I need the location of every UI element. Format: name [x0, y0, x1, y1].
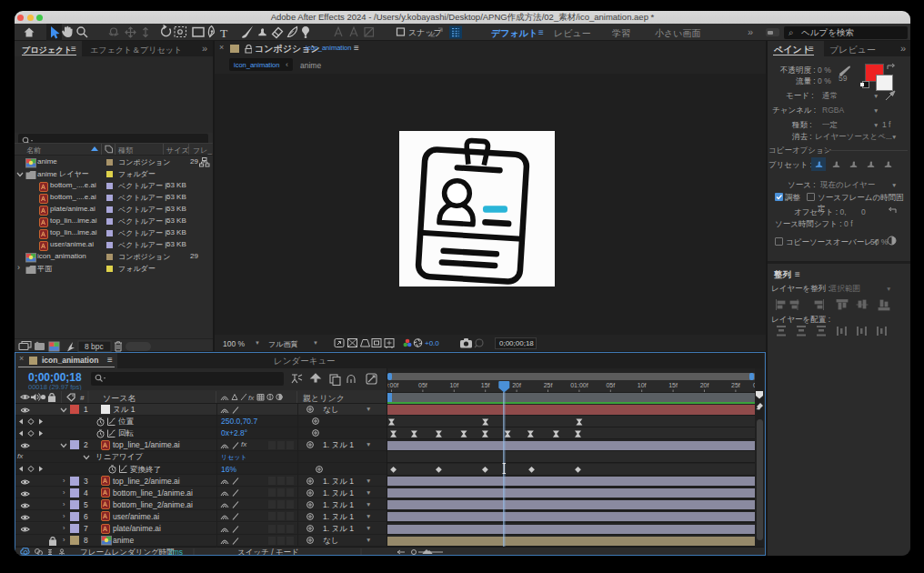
svg-text:ソース名: ソース名 — [103, 394, 136, 403]
svg-text:#: # — [80, 394, 85, 402]
svg-text:親とリンク: 親とリンク — [303, 394, 345, 403]
svg-text:T: T — [220, 26, 228, 40]
svg-text:スイッチ / モード: スイッチ / モード — [237, 548, 299, 556]
svg-text:fx: fx — [248, 394, 255, 402]
svg-text:スナップ: スナップ — [408, 28, 443, 37]
svg-text:フレームレンダリング時間: フレームレンダリング時間 — [80, 548, 175, 556]
svg-text:8 bpc: 8 bpc — [85, 342, 105, 351]
svg-text:2ms: 2ms — [168, 548, 183, 556]
svg-text:+0.0: +0.0 — [425, 339, 439, 347]
